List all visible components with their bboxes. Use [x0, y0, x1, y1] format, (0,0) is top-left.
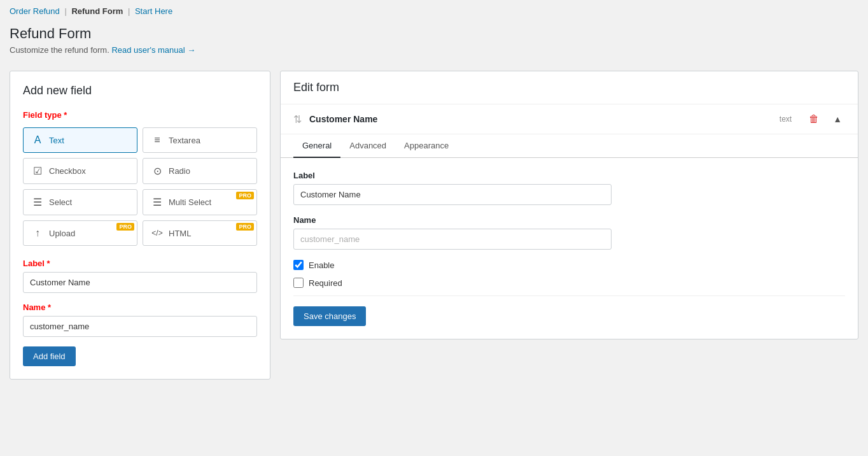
- field-type-text[interactable]: A Text: [23, 127, 137, 153]
- edit-name-label: Name: [293, 215, 845, 225]
- field-type-section: Field type * A Text ≡ Textarea ☑ Checkbo…: [23, 110, 257, 246]
- edit-name-group: Name: [293, 215, 845, 250]
- checkbox-icon: ☑: [31, 165, 44, 177]
- tab-general[interactable]: General: [293, 134, 340, 158]
- main-content: Add new field Field type * A Text ≡ Text…: [0, 61, 868, 389]
- form-edit-body: Label Name Enable Required Save changes: [281, 158, 858, 339]
- radio-label: Radio: [169, 166, 190, 176]
- name-input[interactable]: [23, 316, 257, 337]
- field-type-multi-select[interactable]: ☰ Multi Select PRO: [143, 189, 257, 215]
- text-icon: A: [31, 134, 44, 146]
- tabs-row: General Advanced Appearance: [281, 134, 858, 158]
- row-field-name: Customer Name: [309, 114, 772, 124]
- form-row-header: ⇅ Customer Name text 🗑 ▲: [281, 104, 858, 134]
- upload-pro-badge: PRO: [116, 223, 134, 231]
- multi-select-label: Multi Select: [169, 197, 211, 207]
- drag-icon[interactable]: ⇅: [293, 113, 302, 125]
- breadcrumb-sep-1: |: [64, 6, 66, 16]
- html-pro-badge: PRO: [236, 223, 254, 231]
- page-title: Refund Form: [10, 25, 858, 42]
- label-section: Label *: [23, 259, 257, 293]
- required-label[interactable]: Required: [309, 278, 342, 288]
- checkbox-label: Checkbox: [49, 166, 86, 176]
- edit-label-input[interactable]: [293, 184, 612, 205]
- required-star: *: [64, 110, 67, 120]
- edit-label-group: Label: [293, 171, 845, 205]
- left-panel: Add new field Field type * A Text ≡ Text…: [10, 71, 270, 380]
- edit-name-input[interactable]: [293, 229, 612, 250]
- right-panel: Edit form ⇅ Customer Name text 🗑 ▲ Gener…: [280, 71, 858, 339]
- field-type-label: Field type *: [23, 110, 257, 120]
- field-type-textarea[interactable]: ≡ Textarea: [143, 127, 257, 153]
- upload-label: Upload: [49, 229, 75, 238]
- divider: [293, 296, 845, 296]
- tab-appearance[interactable]: Appearance: [395, 134, 458, 158]
- add-field-button[interactable]: Add field: [23, 346, 76, 366]
- breadcrumb-order-refund[interactable]: Order Refund: [10, 6, 60, 16]
- label-input[interactable]: [23, 272, 257, 293]
- required-checkbox[interactable]: [293, 278, 304, 288]
- upload-icon: ↑: [31, 227, 44, 239]
- page-header: Refund Form Customize the refund form. R…: [0, 22, 868, 61]
- html-icon: </>: [151, 229, 164, 238]
- row-field-type: text: [780, 115, 792, 124]
- select-icon: ☰: [31, 196, 44, 208]
- textarea-label: Textarea: [169, 136, 200, 145]
- row-collapse-button[interactable]: ▲: [830, 113, 845, 125]
- html-label: HTML: [169, 229, 191, 238]
- row-delete-button[interactable]: 🗑: [806, 112, 822, 126]
- tab-advanced[interactable]: Advanced: [340, 134, 395, 158]
- multi-select-pro-badge: PRO: [236, 192, 254, 199]
- field-type-upload[interactable]: ↑ Upload PRO: [23, 220, 137, 246]
- add-field-title: Add new field: [23, 84, 257, 97]
- save-changes-button[interactable]: Save changes: [293, 306, 366, 326]
- field-type-grid: A Text ≡ Textarea ☑ Checkbox ⊙ Radio ☰: [23, 127, 257, 246]
- enable-checkbox[interactable]: [293, 260, 304, 270]
- name-section: Name *: [23, 303, 257, 337]
- text-label: Text: [49, 136, 64, 145]
- field-type-checkbox[interactable]: ☑ Checkbox: [23, 158, 137, 184]
- radio-icon: ⊙: [151, 165, 164, 177]
- breadcrumb-start-here[interactable]: Start Here: [135, 6, 172, 16]
- enable-label[interactable]: Enable: [309, 260, 334, 270]
- field-type-html[interactable]: </> HTML PRO: [143, 220, 257, 246]
- breadcrumb: Order Refund | Refund Form | Start Here: [0, 0, 868, 22]
- label-field-label: Label *: [23, 259, 257, 268]
- breadcrumb-refund-form: Refund Form: [71, 6, 123, 16]
- name-field-label: Name *: [23, 303, 257, 312]
- edit-label-label: Label: [293, 171, 845, 180]
- field-type-select[interactable]: ☰ Select: [23, 189, 137, 215]
- edit-form-title: Edit form: [281, 71, 858, 104]
- required-checkbox-row: Required: [293, 278, 845, 288]
- page-description: Customize the refund form. Read user's m…: [10, 45, 858, 55]
- textarea-icon: ≡: [151, 134, 164, 146]
- enable-checkbox-row: Enable: [293, 260, 845, 270]
- manual-link[interactable]: Read user's manual →: [111, 45, 195, 55]
- breadcrumb-sep-2: |: [128, 6, 130, 16]
- select-label: Select: [49, 197, 72, 207]
- field-type-radio[interactable]: ⊙ Radio: [143, 158, 257, 184]
- multi-select-icon: ☰: [151, 196, 164, 208]
